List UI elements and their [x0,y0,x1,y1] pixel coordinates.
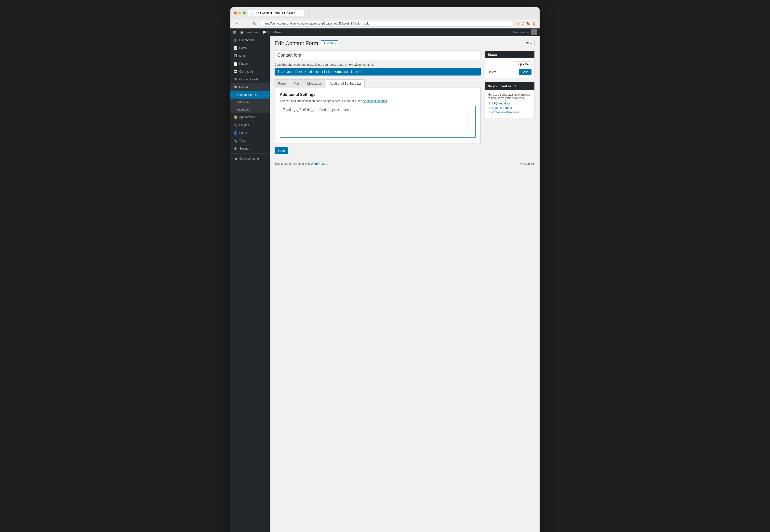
comments-icon: 💬 [262,31,266,34]
tab-form[interactable]: Form [275,79,289,87]
support-forums-link[interactable]: Support forums [492,106,512,110]
content-wrapper: Edit Contact Form Add New Help ▾ [270,36,539,159]
sidebar-label-comments: Comments [239,70,254,73]
adminbar-new[interactable]: + New [273,31,281,34]
sidebar-label-tools: Tools [239,139,246,142]
adminbar-right: Howdy, admin [512,29,537,35]
sidebar-item-settings[interactable]: ⚙ Settings [231,145,270,152]
sidebar-label-add-new: Add New [237,101,249,104]
sidebar-divider [231,153,270,154]
sidebar-label-contact-forms: Contact Forms [237,93,257,97]
docs-link[interactable]: docs [504,102,510,105]
shortcode-label: Copy this shortcode and paste it into yo… [275,63,481,66]
footer-credit-suffix: . [326,162,327,165]
sidebar-item-contact-leads[interactable]: ✉ Contact Leads [231,76,270,83]
shortcode-box[interactable]: [contact-form-7 id="8" title="Contact fo… [275,68,481,76]
sidebar-item-media[interactable]: 🖼 Media [231,52,270,60]
sidebar-item-comments[interactable]: 💬 Comments [231,68,270,76]
new-tab-button[interactable]: + [307,10,313,16]
tab-messages[interactable]: Messages [304,79,325,87]
browser-tab[interactable]: 📄 Edit Contact Form ‹ Blue Cora… × [248,10,304,16]
sidebar-label-posts: Posts [239,46,247,50]
forward-button[interactable]: → [243,21,250,26]
browser-extension-icons: ⭐ ƒ 🔖 🔒 [516,22,536,25]
tab-additional-settings[interactable]: Additional Settings (1) [326,79,364,88]
settings-icon: ⚙ [233,147,237,151]
posts-icon: 📝 [233,46,237,50]
save-button[interactable]: Save [519,69,531,75]
sidebar-item-appearance[interactable]: 🎨 Appearance [231,113,270,121]
wp-sidebar: ⊟ Dashboard 📝 Posts 🖼 Media 📄 Pages [231,36,270,532]
window-controls [234,12,246,14]
help-list-item-1: FAQ and docs [492,102,531,105]
refresh-button[interactable]: ↻ [252,21,258,26]
users-icon: 👤 [233,131,237,135]
panel-desc-suffix: . [388,99,388,103]
collapse-icon: ◀ [233,157,237,161]
sidebar-item-contact[interactable]: ✉ Contact [231,83,270,91]
sidebar-label-dashboard: Dashboard [239,38,254,42]
tab-mail[interactable]: Mail [290,79,303,87]
plugins-icon: 🔌 [233,123,237,127]
browser-titlebar: 📄 Edit Contact Form ‹ Blue Cora… × + [231,7,539,19]
status-actions: Delete Save [488,69,531,75]
sidebar-item-posts[interactable]: 📝 Posts [231,44,270,52]
save-bottom-button[interactable]: Save [275,147,288,154]
adminbar-wp-icon[interactable]: ⊞ [233,30,236,35]
delete-link[interactable]: Delete [488,70,496,74]
help-list-item-2: Support forums [492,106,531,110]
back-button[interactable]: ← [234,21,241,26]
close-dot[interactable] [234,12,237,14]
sidebar-label-contact-leads: Contact Leads [239,78,258,81]
help-button-area: Help ▾ [521,40,535,46]
sidebar-item-users[interactable]: 👤 Users [231,129,270,137]
sidebar-item-contact-forms[interactable]: Contact Forms [231,91,270,99]
professional-services-link[interactable]: Professional services [492,111,519,114]
adminbar-site-name[interactable]: 🏠 Blue Coral [240,31,258,34]
help-button[interactable]: Help ▾ [521,40,535,46]
tab-additional-settings-label: Additional Settings (1) [330,82,361,85]
additional-settings-link[interactable]: Additional settings [363,99,387,103]
extension-icon-3: 🔖 [526,22,530,25]
footer-version: Version 5.6 [520,162,535,165]
duplicate-button[interactable]: Duplicate [514,61,531,67]
wp-main: Edit Contact Form Add New Help ▾ [270,36,539,532]
sidebar-menu: ⊟ Dashboard 📝 Posts 🖼 Media 📄 Pages [231,36,270,163]
add-new-button[interactable]: Add New [321,40,338,46]
panel-title: Additional Settings [280,92,475,97]
sidebar-item-collapse[interactable]: ◀ Collapse menu [231,155,270,163]
sidebar-item-tools[interactable]: 🔧 Tools [231,137,270,145]
status-panel-header: Status [485,51,534,58]
minimize-dot[interactable] [238,12,241,14]
right-sidebar: Status Duplicate Delete Save [481,51,535,154]
tab-form-label: Form [278,82,286,85]
sidebar-item-add-new[interactable]: Add New [231,99,270,106]
form-name-input[interactable] [275,51,481,60]
sidebar-label-media: Media [239,54,247,58]
help-label: Help [523,41,529,45]
tab-mail-label: Mail [294,82,299,85]
faq-link[interactable]: FAQ [492,102,498,105]
dashboard-icon: ⊟ [233,38,237,42]
howdy-text: Howdy, admin [512,31,530,34]
maximize-dot[interactable] [243,12,246,14]
sidebar-label-plugins: Plugins [239,123,249,127]
wp-footer: Thank you for creating with WordPress . … [270,159,539,168]
adminbar-comments[interactable]: 💬 0 [262,31,269,34]
sidebar-item-dashboard[interactable]: ⊟ Dashboard [231,36,270,44]
tab-close-btn[interactable]: × [300,12,301,14]
sidebar-item-plugins[interactable]: 🔌 Plugins [231,121,270,129]
settings-textarea[interactable]: flamingo_fields_enabled: [your-name] [280,106,475,138]
sidebar-item-integration[interactable]: Integration [231,106,270,113]
panel-desc-prefix: You can add customization code snippets … [280,99,363,103]
content-area: Copy this shortcode and paste it into yo… [270,51,539,159]
sidebar-label-integration: Integration [237,108,251,111]
sidebar-item-pages[interactable]: 📄 Pages [231,60,270,68]
wordpress-link[interactable]: WordPress [311,162,325,165]
page-header-area: Edit Contact Form Add New Help ▾ [270,36,539,51]
status-panel-body: Duplicate Delete Save [485,58,534,78]
avatar-icon [531,29,537,35]
address-bar[interactable]: https://demo.bluecoral.vn/wp-admin/admin… [260,21,514,26]
pages-icon: 📄 [233,62,237,66]
help-panel-body: Here are some available options to help … [485,90,534,118]
